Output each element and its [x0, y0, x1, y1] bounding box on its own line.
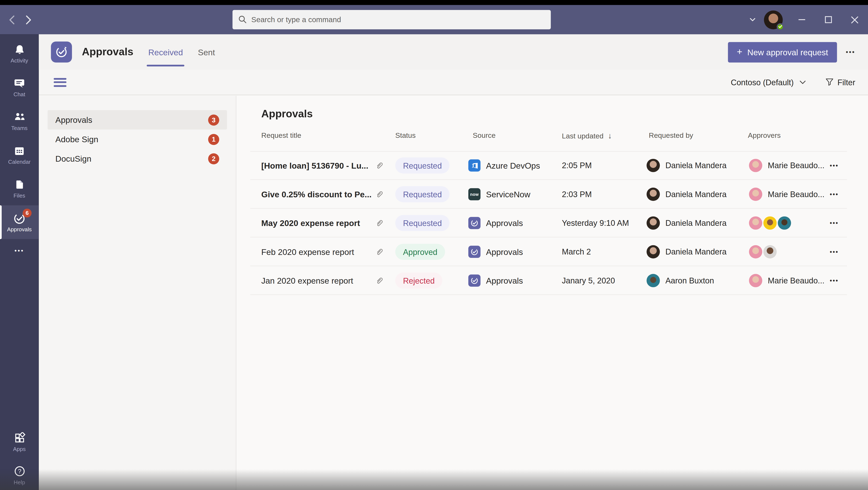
servicenow-icon: now [468, 188, 480, 200]
chat-bubble-icon [13, 77, 26, 90]
header-more-button[interactable]: ••• [846, 48, 855, 56]
last-updated: Yesterday 9:10 AM [562, 219, 629, 227]
request-title: Give 0.25% discount to Pe... [261, 190, 372, 199]
filter-button[interactable]: Filter [825, 78, 855, 87]
activity-bell-icon [13, 43, 26, 56]
approvals-source-icon [468, 274, 480, 287]
approvals-source-icon [468, 217, 480, 229]
sidebar-item-files[interactable]: Files [0, 171, 39, 205]
user-avatar[interactable] [764, 10, 783, 29]
minimize-icon [798, 16, 805, 23]
close-button[interactable] [841, 5, 868, 34]
requester-name: Daniela Mandera [665, 219, 726, 227]
tab-received[interactable]: Received [148, 34, 183, 70]
status-badge: Rejected [395, 273, 442, 289]
approver-avatar [763, 245, 777, 259]
apps-grid-icon [13, 432, 26, 444]
maximize-icon [825, 16, 832, 23]
table-body: [Home loan] 5136790 - Lu... Requested Az… [237, 151, 868, 295]
more-horizontal-icon: ••• [830, 249, 839, 255]
sidebar-item-teams[interactable]: Teams [0, 104, 39, 138]
team-selector-dropdown[interactable]: Contoso (Default) [731, 78, 806, 87]
search-input[interactable] [232, 10, 551, 29]
sidebar-item-approvals[interactable]: 6 Approvals [0, 205, 39, 239]
attachment-paperclip-icon [375, 276, 383, 285]
filter-funnel-icon [825, 78, 833, 86]
sidebar-item-calendar[interactable]: Calendar [0, 138, 39, 171]
table-row[interactable]: Jan 2020 expense report Rejected Approva… [237, 266, 868, 295]
requester-avatar [647, 216, 660, 230]
sidebar-item-chat[interactable]: Chat [0, 70, 39, 104]
minimize-button[interactable] [788, 5, 815, 34]
more-horizontal-icon: ••• [830, 162, 839, 169]
column-header-requested-by[interactable]: Requested by [649, 131, 693, 139]
column-header-approvers[interactable]: Approvers [748, 131, 781, 139]
table-row[interactable]: May 2020 expense report Requested Approv… [237, 209, 868, 237]
sidebar-item-apps[interactable]: Apps [0, 425, 39, 459]
filter-label: Filter [837, 78, 855, 87]
row-more-button[interactable]: ••• [830, 162, 839, 169]
plus-icon: + [737, 46, 742, 57]
content-area: Approvals Received Sent + New approval r… [39, 34, 868, 490]
file-icon [13, 178, 26, 191]
column-header-request-title[interactable]: Request title [261, 131, 302, 139]
provider-item-docusign[interactable]: DocuSign 2 [48, 149, 227, 168]
column-header-source[interactable]: Source [473, 131, 496, 139]
calendar-icon [13, 145, 26, 157]
requester-avatar [647, 159, 660, 172]
sidebar-item-label: Apps [13, 446, 26, 452]
source-name: ServiceNow [486, 190, 530, 199]
row-more-button[interactable]: ••• [830, 191, 839, 198]
video-frame: Activity Chat Teams Calendar Files [0, 0, 868, 490]
requester-name: Daniela Mandera [665, 247, 726, 256]
column-header-last-updated[interactable]: Last updated ↓ [562, 131, 612, 140]
request-title: Feb 2020 expense report [261, 247, 372, 257]
sidebar-item-activity[interactable]: Activity [0, 36, 39, 70]
row-more-button[interactable]: ••• [830, 249, 839, 255]
app-rail: Activity Chat Teams Calendar Files [0, 34, 39, 490]
sidebar-item-label: Chat [13, 91, 25, 97]
approver-name: Marie Beaudo... [768, 161, 824, 170]
provider-item-adobe-sign[interactable]: Adobe Sign 1 [48, 130, 227, 149]
forward-button[interactable] [20, 5, 36, 34]
sidebar-item-help[interactable]: ? Help [0, 458, 39, 490]
requester-name: Aaron Buxton [665, 276, 714, 285]
row-more-button[interactable]: ••• [830, 220, 839, 226]
last-updated: 2:05 PM [562, 161, 592, 170]
profile-menu-chevron[interactable] [745, 18, 760, 22]
chevron-right-icon [25, 14, 31, 25]
table-row[interactable]: Give 0.25% discount to Pe... Requested n… [237, 180, 868, 208]
maximize-button[interactable] [815, 5, 841, 34]
attachment-paperclip-icon [375, 161, 383, 170]
more-apps-button[interactable]: ••• [0, 239, 39, 262]
close-icon [851, 16, 859, 24]
count-badge: 2 [208, 153, 219, 164]
status-badge: Requested [395, 215, 450, 231]
more-horizontal-icon: ••• [830, 191, 839, 198]
requester-avatar [647, 188, 660, 201]
source-name: Azure DevOps [486, 161, 540, 170]
row-more-button[interactable]: ••• [830, 277, 839, 284]
table-heading: Approvals [261, 108, 313, 120]
approvals-app-icon [51, 41, 72, 63]
tab-sent[interactable]: Sent [198, 34, 215, 70]
new-approval-request-button[interactable]: + New approval request [728, 42, 837, 62]
approver-avatar [749, 188, 762, 201]
table-header-row: Request title Status Source Last updated… [237, 131, 868, 145]
provider-item-approvals[interactable]: Approvals 3 [48, 110, 227, 130]
button-label: New approval request [747, 47, 828, 57]
provider-label: Adobe Sign [55, 134, 98, 144]
column-header-status[interactable]: Status [395, 131, 415, 139]
table-row[interactable]: [Home loan] 5136790 - Lu... Requested Az… [237, 151, 868, 180]
approvals-check-icon: 6 [13, 212, 26, 225]
toggle-list-pane-button[interactable] [54, 78, 66, 87]
command-search [232, 10, 551, 29]
source-name: Approvals [486, 247, 523, 257]
azure-devops-icon [468, 159, 480, 171]
sidebar-item-label: Files [13, 192, 25, 198]
table-row[interactable]: Feb 2020 expense report Approved Approva… [237, 237, 868, 266]
sidebar-item-label: Help [14, 479, 25, 485]
more-horizontal-icon: ••• [846, 48, 855, 56]
back-button[interactable] [3, 5, 20, 34]
approvals-badge: 6 [23, 208, 32, 217]
